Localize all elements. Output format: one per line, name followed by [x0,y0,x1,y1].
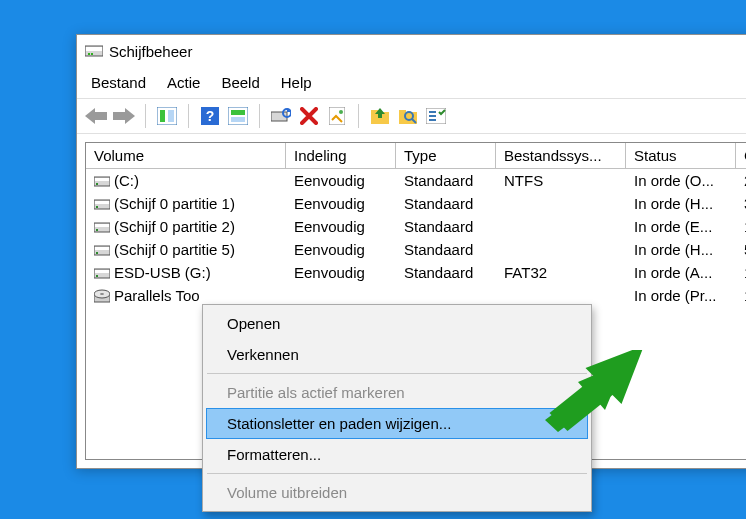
svg-rect-13 [231,117,245,122]
context-menu-item[interactable]: Openen [206,308,588,339]
drive-icon [94,221,110,233]
column-volume[interactable]: Volume [86,143,286,169]
drive-icon [94,175,110,187]
svg-marker-5 [113,108,135,124]
toolbar-separator [259,104,260,128]
context-menu-item: Partitie als actief markeren [206,377,588,408]
show-hide-tree-button[interactable] [154,103,180,129]
svg-rect-38 [96,252,98,254]
table-row[interactable]: (Schijf 0 partitie 2)EenvoudigStandaardI… [86,215,746,238]
table-row[interactable]: (Schijf 0 partitie 1)EenvoudigStandaardI… [86,192,746,215]
list-settings-button[interactable] [423,103,449,129]
cell-fs [496,215,626,238]
cell-fs [496,238,626,261]
svg-point-44 [100,293,104,295]
forward-button[interactable] [111,103,137,129]
context-menu-item[interactable]: Formatteren... [206,439,588,470]
toolbar-separator [358,104,359,128]
refresh-button[interactable] [268,103,294,129]
column-bestandssys[interactable]: Bestandssys... [496,143,626,169]
column-indeling[interactable]: Indeling [286,143,396,169]
svg-rect-29 [96,183,98,185]
menu-help[interactable]: Help [271,71,322,94]
menubar: Bestand Actie Beeld Help [77,67,746,98]
delete-button[interactable] [296,103,322,129]
svg-rect-1 [86,47,102,51]
context-menu-separator [207,473,587,474]
titlebar: Schijfbeheer [77,35,746,67]
cell-indeling: Eenvoudig [286,238,396,261]
context-menu-item[interactable]: Stationsletter en paden wijzigen... [206,408,588,439]
menu-actie[interactable]: Actie [157,71,210,94]
context-menu-item[interactable]: Verkennen [206,339,588,370]
properties-button[interactable] [324,103,350,129]
svg-rect-23 [399,110,406,113]
cell-c: 1 [736,215,746,238]
cell-fs: NTFS [496,169,626,192]
app-icon [85,43,103,59]
svg-rect-37 [95,247,109,250]
context-menu-item: Volume uitbreiden [206,477,588,508]
cell-type: Standaard [396,192,496,215]
cell-indeling: Eenvoudig [286,215,396,238]
cell-status: In orde (Pr... [626,284,736,307]
drive-icon [94,267,110,279]
cell-type: Standaard [396,215,496,238]
cell-indeling: Eenvoudig [286,169,396,192]
volume-name: (Schijf 0 partitie 5) [114,241,235,258]
annotation-arrow [545,350,665,443]
menu-beeld[interactable]: Beeld [211,71,269,94]
svg-rect-3 [91,53,93,55]
cell-c: 2 [736,169,746,192]
svg-rect-31 [95,201,109,204]
menu-bestand[interactable]: Bestand [81,71,156,94]
cell-volume: (C:) [86,169,286,192]
help-button[interactable]: ? [197,103,223,129]
toolbar-separator [145,104,146,128]
folder-up-button[interactable] [367,103,393,129]
svg-rect-40 [95,270,109,273]
svg-rect-28 [95,178,109,181]
cell-volume: (Schijf 0 partitie 1) [86,192,286,215]
cell-c: 1 [736,284,746,307]
drive-icon [94,198,110,210]
panel-layout-button[interactable] [225,103,251,129]
volume-name: ESD-USB (G:) [114,264,211,281]
search-button[interactable] [395,103,421,129]
table-row[interactable]: (Schijf 0 partitie 5)EenvoudigStandaardI… [86,238,746,261]
cell-volume: (Schijf 0 partitie 5) [86,238,286,261]
table-row[interactable]: (C:)EenvoudigStandaardNTFSIn orde (O...2 [86,169,746,192]
svg-rect-34 [95,224,109,227]
cell-c: 1 [736,261,746,284]
cell-type: Standaard [396,169,496,192]
column-status[interactable]: Status [626,143,736,169]
back-button[interactable] [83,103,109,129]
disc-icon [94,289,110,303]
volume-name: Parallels Too [114,287,200,304]
table-row[interactable]: ESD-USB (G:)EenvoudigStandaardFAT32In or… [86,261,746,284]
column-type[interactable]: Type [396,143,496,169]
svg-marker-4 [85,108,107,124]
volume-name: (Schijf 0 partitie 1) [114,195,235,212]
cell-fs [496,192,626,215]
context-menu-separator [207,373,587,374]
cell-indeling: Eenvoudig [286,192,396,215]
cell-type: Standaard [396,261,496,284]
column-c[interactable]: C [736,143,746,169]
svg-rect-41 [96,275,98,277]
window-title: Schijfbeheer [109,43,192,60]
svg-rect-11 [228,107,248,125]
cell-status: In orde (H... [626,192,736,215]
svg-rect-35 [96,229,98,231]
cell-fs: FAT32 [496,261,626,284]
svg-text:?: ? [206,108,215,124]
svg-rect-8 [168,110,174,122]
volume-name: (C:) [114,172,139,189]
cell-type: Standaard [396,238,496,261]
drive-icon [94,244,110,256]
cell-status: In orde (O... [626,169,736,192]
svg-rect-7 [160,110,165,122]
svg-marker-46 [550,350,645,431]
svg-point-18 [339,110,343,114]
context-menu: OpenenVerkennenPartitie als actief marke… [202,304,592,512]
